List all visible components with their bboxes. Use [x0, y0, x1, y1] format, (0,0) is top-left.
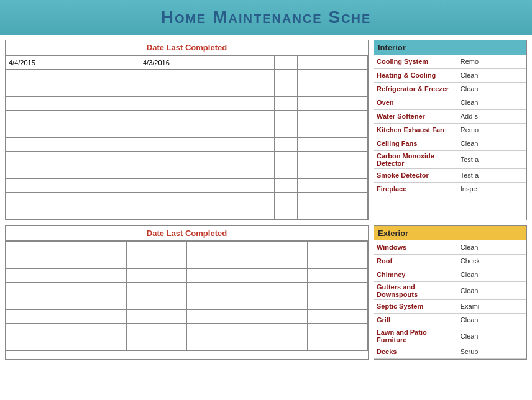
exterior-section-row: Date Last Completed: [5, 225, 527, 360]
interior-item-row-1: Heating & CoolingClean: [374, 68, 526, 82]
interior-item-name-4: Water Softener: [374, 109, 458, 123]
interior-date-table: 4/4/2015 4/3/2016: [6, 55, 368, 220]
interior-date-row-6: [6, 124, 368, 138]
interior-item-row-2: Refrigerator & FreezerClean: [374, 82, 526, 96]
exterior-item-name-5: Grill: [374, 313, 458, 327]
exterior-date-table: [6, 241, 368, 351]
exterior-date-header: Date Last Completed: [6, 226, 368, 241]
interior-date-row-1: 4/4/2015 4/3/2016: [6, 56, 368, 70]
interior-item-row-3: OvenClean: [374, 96, 526, 109]
exterior-date-row-7: [6, 324, 368, 337]
main-content: Date Last Completed 4/4/2015 4/3/2016: [0, 35, 532, 365]
interior-section-row: Date Last Completed 4/4/2015 4/3/2016: [5, 40, 527, 220]
exterior-item-name-2: Chimney: [374, 268, 458, 281]
date-cell-2: 4/3/2016: [140, 56, 274, 70]
interior-item-name-0: Cooling System: [374, 55, 458, 68]
exterior-section-header: Exterior: [374, 226, 526, 240]
exterior-item-action-0: Clean: [458, 240, 526, 254]
exterior-date-row-6: [6, 310, 368, 324]
exterior-item-name-3: Gutters and Downspouts: [374, 281, 458, 299]
interior-item-row-5: Kitchen Exhaust FanRemo: [374, 123, 526, 137]
interior-item-action-9: Inspe: [458, 182, 526, 196]
interior-item-action-6: Clean: [458, 137, 526, 150]
interior-info-section: Interior Cooling SystemRemoHeating & Coo…: [374, 40, 527, 220]
exterior-item-name-6: Lawn and Patio Furniture: [374, 327, 458, 345]
exterior-date-row-1: [6, 242, 368, 255]
exterior-item-action-3: Clean: [458, 281, 526, 299]
interior-item-action-3: Clean: [458, 96, 526, 109]
date-cell-1: 4/4/2015: [6, 56, 140, 70]
exterior-item-action-2: Clean: [458, 268, 526, 281]
interior-item-action-4: Add s: [458, 109, 526, 123]
exterior-date-row-3: [6, 269, 368, 283]
interior-date-section: Date Last Completed 4/4/2015 4/3/2016: [5, 40, 369, 220]
interior-item-row-4: Water SoftenerAdd s: [374, 109, 526, 123]
exterior-item-name-1: Roof: [374, 254, 458, 268]
exterior-item-row-4: Septic SystemExami: [374, 299, 526, 313]
interior-item-row-6: Ceiling FansClean: [374, 137, 526, 150]
exterior-item-row-6: Lawn and Patio FurnitureClean: [374, 327, 526, 345]
interior-date-row-7: [6, 138, 368, 152]
interior-section-header: Interior: [374, 40, 526, 55]
interior-item-name-7: Carbon Monoxide Detector: [374, 150, 458, 168]
interior-item-name-6: Ceiling Fans: [374, 137, 458, 150]
interior-item-action-8: Test a: [458, 168, 526, 182]
page-header: Home Maintenance Sche: [0, 0, 532, 35]
interior-item-name-8: Smoke Detector: [374, 168, 458, 182]
interior-date-row-12: [6, 206, 368, 220]
interior-date-header: Date Last Completed: [6, 40, 368, 55]
exterior-date-row-5: [6, 296, 368, 310]
exterior-item-row-7: DecksScrub: [374, 345, 526, 358]
page-title: Home Maintenance Sche: [12, 7, 520, 27]
exterior-date-section: Date Last Completed: [5, 225, 369, 360]
exterior-item-row-1: RoofCheck: [374, 254, 526, 268]
exterior-item-action-4: Exami: [458, 299, 526, 313]
interior-item-row-0: Cooling SystemRemo: [374, 55, 526, 68]
exterior-item-action-6: Clean: [458, 327, 526, 345]
interior-item-name-2: Refrigerator & Freezer: [374, 82, 458, 96]
exterior-info-section: Exterior WindowsCleanRoofCheckChimneyCle…: [374, 225, 527, 360]
exterior-item-row-0: WindowsClean: [374, 240, 526, 254]
date-cell-3: [274, 56, 298, 70]
date-cell-4: [298, 56, 321, 70]
exterior-date-row-4: [6, 283, 368, 296]
interior-item-action-0: Remo: [458, 55, 526, 68]
exterior-date-row-8: [6, 337, 368, 351]
date-cell-5: [321, 56, 344, 70]
interior-date-row-8: [6, 152, 368, 165]
exterior-item-action-5: Clean: [458, 313, 526, 327]
interior-item-action-1: Clean: [458, 68, 526, 82]
interior-item-row-9: FireplaceInspe: [374, 182, 526, 196]
interior-date-row-10: [6, 179, 368, 193]
exterior-item-row-3: Gutters and DownspoutsClean: [374, 281, 526, 299]
interior-item-name-1: Heating & Cooling: [374, 68, 458, 82]
exterior-item-name-0: Windows: [374, 240, 458, 254]
interior-item-row-8: Smoke DetectorTest a: [374, 168, 526, 182]
date-cell-6: [344, 56, 368, 70]
interior-item-action-5: Remo: [458, 123, 526, 137]
interior-item-action-7: Test a: [458, 150, 526, 168]
interior-date-row-5: [6, 111, 368, 124]
interior-date-row-3: [6, 83, 368, 97]
interior-item-action-2: Clean: [458, 82, 526, 96]
interior-item-row-7: Carbon Monoxide DetectorTest a: [374, 150, 526, 168]
exterior-date-row-2: [6, 255, 368, 269]
interior-date-row-9: [6, 165, 368, 179]
interior-item-name-9: Fireplace: [374, 182, 458, 196]
interior-item-name-5: Kitchen Exhaust Fan: [374, 123, 458, 137]
exterior-items-table: WindowsCleanRoofCheckChimneyCleanGutters…: [374, 240, 526, 359]
interior-item-name-3: Oven: [374, 96, 458, 109]
interior-date-row-2: [6, 70, 368, 83]
exterior-item-action-1: Check: [458, 254, 526, 268]
interior-date-row-4: [6, 97, 368, 111]
exterior-item-row-5: GrillClean: [374, 313, 526, 327]
exterior-item-name-7: Decks: [374, 345, 458, 358]
exterior-item-action-7: Scrub: [458, 345, 526, 358]
interior-date-row-11: [6, 193, 368, 206]
exterior-item-row-2: ChimneyClean: [374, 268, 526, 281]
interior-items-table: Cooling SystemRemoHeating & CoolingClean…: [374, 55, 526, 196]
exterior-item-name-4: Septic System: [374, 299, 458, 313]
